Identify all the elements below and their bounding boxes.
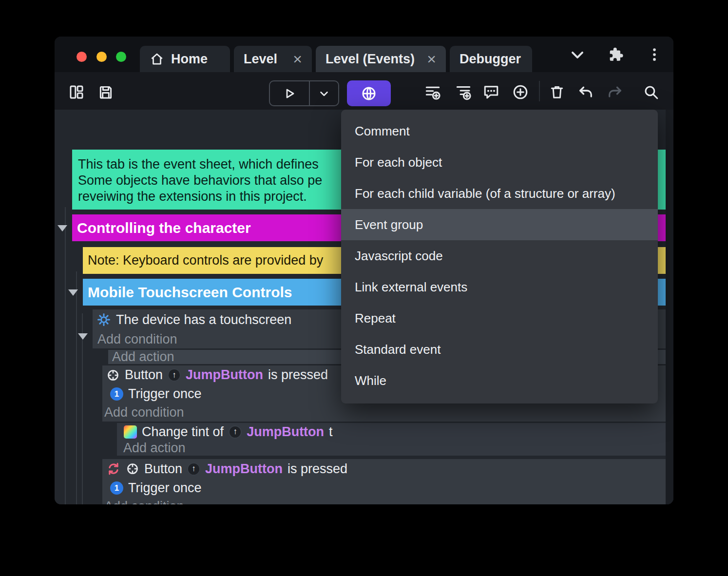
collapse-caret[interactable] [78,333,88,340]
menu-item-for-each-object[interactable]: For each object [341,147,658,178]
play-preview-button[interactable] [270,81,309,105]
add-condition-link[interactable]: Add condition [104,405,184,420]
group-title: Controlling the character [77,220,251,236]
undo-button[interactable] [577,83,594,101]
tab-label: Level (Events) [326,52,415,67]
zoom-window-button[interactable] [116,52,126,62]
chevron-down-icon [568,45,587,64]
tabs-overflow-button[interactable] [568,37,587,72]
condition-text: is pressed [268,367,328,383]
add-condition-link[interactable]: Add condition [104,499,184,504]
delete-button[interactable] [548,83,566,101]
inverted-condition-icon [106,461,121,476]
save-button[interactable] [97,83,115,101]
device-gear-icon [96,312,111,327]
extensions-button[interactable] [607,37,624,72]
menu-item-link-external-events[interactable]: Link external events [341,271,658,303]
menu-item-comment[interactable]: Comment [341,115,658,147]
event-jumpbutton-pressed-2[interactable]: Button ↑ JumpButton is pressed 1 Trigger… [102,459,666,504]
close-tab-icon[interactable]: × [293,51,302,67]
menu-item-while[interactable]: While [341,365,658,396]
button-condition-icon [106,368,120,382]
object-name: JumpButton [247,424,324,440]
preview-split-button [269,80,339,106]
action-change-tint-1[interactable]: Change tint of ↑ JumpButton t Add action [117,423,666,456]
collapse-caret[interactable] [57,225,67,231]
redo-button[interactable] [606,83,624,101]
tab-home[interactable]: Home [140,46,230,72]
button-condition-icon [126,462,139,476]
app-window: Home Level × Level (Events) × Debugger [55,37,673,504]
note-text: Note: Keyboard controls are provided by [88,253,323,268]
trigger-once-icon: 1 [110,481,123,495]
action-text: Change tint of [142,424,224,440]
add-action-link[interactable]: Add action [123,441,186,456]
toolbar [55,72,673,110]
condition-text: Trigger once [128,480,202,496]
toolbar-separator [539,81,540,101]
dropdown-chevron-icon [318,87,330,100]
tab-label: Home [171,52,208,67]
minimize-window-button[interactable] [96,52,107,62]
globe-add-event-icon [361,85,377,102]
home-icon [150,52,164,66]
window-menu-button[interactable] [646,37,663,72]
tab-label: Level [244,52,277,67]
jumpbutton-object-icon: ↑ [229,425,242,439]
menu-item-repeat[interactable]: Repeat [341,303,658,334]
tree-guide [82,313,83,504]
search-button[interactable] [642,83,660,101]
choose-add-event-button[interactable] [347,80,391,106]
close-window-button[interactable] [77,52,87,62]
condition-text: is pressed [287,461,347,477]
object-name: JumpButton [186,367,263,383]
collapse-caret[interactable] [68,289,78,296]
add-event-menu: Comment For each object For each child v… [341,110,658,403]
condition-text: Trigger once [128,386,202,402]
tab-debugger[interactable]: Debugger [450,46,532,72]
jumpbutton-object-icon: ↑ [187,462,200,476]
scrollbar[interactable] [666,110,673,504]
tint-icon [124,425,137,439]
menu-item-for-each-child-variable[interactable]: For each child variable (of a structure … [341,178,658,209]
extensions-puzzle-icon [607,46,624,63]
group-title: Mobile Touchscreen Controls [88,284,292,301]
add-condition-link[interactable]: Add condition [97,332,177,347]
condition-text: Button [125,367,163,383]
object-name: JumpButton [205,461,283,477]
add-comment-button[interactable] [482,83,500,101]
add-action-link[interactable]: Add action [112,350,174,364]
condition-text: The device has a touchscreen [116,312,291,327]
add-event-button[interactable] [424,83,441,101]
condition-text: Button [144,461,182,477]
play-icon [282,86,297,101]
tree-guide [65,207,66,504]
add-subevent-button[interactable] [455,83,472,101]
menu-item-standard-event[interactable]: Standard event [341,334,658,365]
jumpbutton-object-icon: ↑ [168,368,181,382]
tab-level[interactable]: Level × [234,46,312,72]
overflow-dots-icon [646,46,663,63]
tab-label: Debugger [460,52,521,67]
menu-item-javascript-code[interactable]: Javascript code [341,240,658,271]
add-button[interactable] [512,83,529,101]
project-manager-button[interactable] [68,83,85,101]
titlebar: Home Level × Level (Events) × Debugger [55,37,673,72]
close-tab-icon[interactable]: × [427,51,436,67]
tab-level-events[interactable]: Level (Events) × [316,46,446,72]
trigger-once-icon: 1 [110,387,123,401]
preview-options-button[interactable] [309,81,338,105]
action-text: t [329,424,333,440]
tree-guide [76,271,77,504]
menu-item-event-group[interactable]: Event group [341,209,658,240]
